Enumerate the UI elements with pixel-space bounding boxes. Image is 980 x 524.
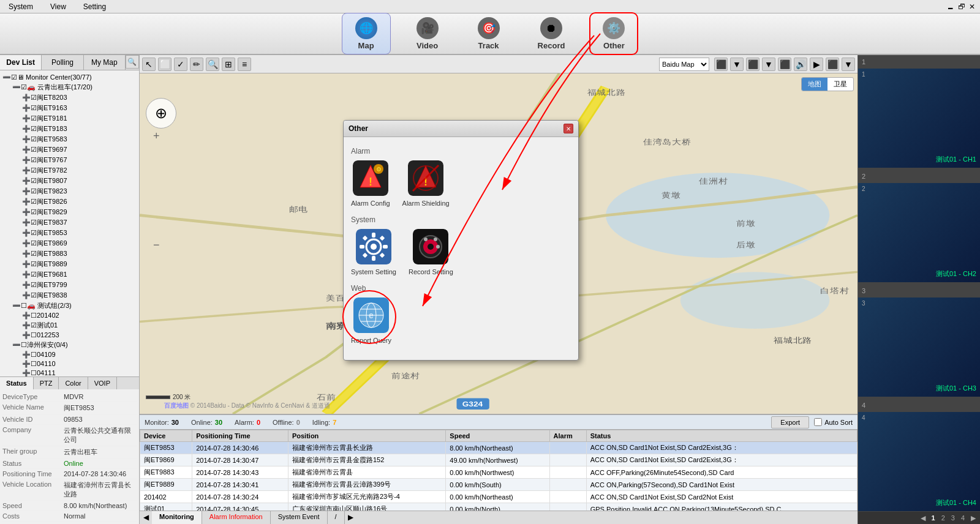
- map-tool-btn5[interactable]: ⬛: [778, 58, 791, 71]
- video-cell-3[interactable]: ▶ 测试01 - CH3 3: [858, 298, 980, 397]
- tree-ET9883[interactable]: ➕☑闽ET9883: [2, 249, 137, 259]
- nav-track-btn[interactable]: 🎯 Track: [464, 13, 513, 54]
- window-min-btn[interactable]: 🗕: [947, 2, 954, 11]
- map-tool-more[interactable]: ▼: [842, 58, 855, 71]
- tab-polling[interactable]: Polling: [42, 55, 83, 70]
- table-row[interactable]: 闽ET9889 2014-07-28 14:30:41 福建省漳州市云霄县云漳路…: [140, 479, 858, 491]
- zoom-out-btn[interactable]: −: [153, 239, 160, 252]
- tab-monitoring[interactable]: Monitoring: [152, 511, 202, 524]
- map-toggle-map[interactable]: 地图: [802, 78, 827, 91]
- tree-201402[interactable]: ➕☐201402: [2, 311, 137, 320]
- tree-ET9837[interactable]: ➕☑闽ET9837: [2, 217, 137, 228]
- record-setting-item[interactable]: Record Setting: [409, 229, 453, 275]
- tree-ET9697[interactable]: ➕☑闽ET9697: [2, 144, 137, 155]
- map-type-select[interactable]: Baidu Map Google Map: [659, 58, 709, 71]
- video-cell-2[interactable]: ▶ 测试01 - CH2 2: [858, 183, 980, 283]
- alarm-config-item[interactable]: ! ⚙ Alarm Config: [351, 160, 390, 207]
- status-tab-voip[interactable]: VOIP: [88, 377, 117, 389]
- menu-view[interactable]: View: [47, 1, 70, 12]
- map-tool-btn4[interactable]: ▼: [762, 58, 775, 71]
- tree-04109[interactable]: ➕☐04109: [2, 350, 137, 359]
- tab-system-event[interactable]: System Event: [271, 511, 328, 524]
- page-2-btn[interactable]: 2: [940, 514, 947, 522]
- search-tree-btn[interactable]: 🔍: [126, 55, 139, 69]
- nav-video-btn[interactable]: 🎥 Video: [403, 13, 452, 54]
- system-setting-item[interactable]: System Setting: [351, 229, 396, 275]
- window-max-btn[interactable]: 🗗: [958, 2, 965, 11]
- map-tool-edit[interactable]: ✏: [190, 58, 203, 71]
- tree-ET9583[interactable]: ➕☑闽ET9583: [2, 134, 137, 144]
- scroll-left-btn[interactable]: ◀: [140, 511, 152, 523]
- table-row[interactable]: 201402 2014-07-28 14:30:24 福建省漳州市芗城区元光南路…: [140, 491, 858, 503]
- scroll-right-btn[interactable]: ▶: [345, 511, 357, 523]
- page-4-btn[interactable]: 4: [959, 514, 967, 522]
- page-1-btn[interactable]: 1: [930, 514, 937, 522]
- tree-ET9807[interactable]: ➕☑闽ET9807: [2, 176, 137, 186]
- status-tab-status[interactable]: Status: [0, 377, 34, 389]
- tree-ET9767[interactable]: ➕☑闽ET9767: [2, 155, 137, 165]
- tree-zhangzhou[interactable]: ➖☐漳州保安(0/4): [2, 340, 137, 350]
- export-btn[interactable]: Export: [771, 416, 809, 429]
- tree-012253[interactable]: ➕☐012253: [2, 331, 137, 340]
- tree-ET9823[interactable]: ➕☑闽ET9823: [2, 186, 137, 196]
- navigation-compass[interactable]: ⊕: [146, 98, 176, 129]
- tree-test-group[interactable]: ➖☐🚗 测试组(2/3): [2, 301, 137, 311]
- map-tool-settings[interactable]: ≡: [238, 58, 251, 71]
- window-close-btn[interactable]: ✕: [969, 2, 975, 11]
- menu-setting[interactable]: Setting: [80, 1, 110, 12]
- nav-map-btn[interactable]: 🌐 Map: [342, 13, 391, 54]
- tree-monitor-center[interactable]: ➖☑🖥 Monitor Center(30/77): [2, 73, 137, 82]
- table-row[interactable]: 测试01 2014-07-28 14:30:45 广东省深圳市南山区顺山路16号…: [140, 503, 858, 511]
- page-next-btn[interactable]: ▶: [969, 514, 978, 522]
- tree-ET9826[interactable]: ➕☑闽ET9826: [2, 196, 137, 207]
- zoom-in-btn[interactable]: +: [153, 130, 160, 143]
- nav-other-btn[interactable]: ⚙️ Other: [589, 12, 638, 55]
- tree-ET9799[interactable]: ➕☑闽ET9799: [2, 280, 137, 290]
- map-tool-btn6[interactable]: 🔊: [794, 58, 807, 71]
- tree-ET9183[interactable]: ➕☑闽ET9183: [2, 124, 137, 134]
- tree-ET9181[interactable]: ➕☑闽ET9181: [2, 113, 137, 124]
- video-cell-4[interactable]: ▶ 测试01 - CH4 4: [858, 412, 980, 512]
- tree-ET9829[interactable]: ➕☑闽ET9829: [2, 207, 137, 217]
- menu-system[interactable]: System: [5, 1, 37, 12]
- report-query-item[interactable]: e Report Query: [351, 298, 391, 344]
- map-tool-zoom-area[interactable]: 🔍: [206, 58, 219, 71]
- table-row[interactable]: 闽ET9869 2014-07-28 14:30:47 福建省漳州市云霄县金霞路…: [140, 454, 858, 466]
- tree-ET9838[interactable]: ➕☑闽ET9838: [2, 290, 137, 301]
- page-3-btn[interactable]: 3: [949, 514, 957, 522]
- nav-record-btn[interactable]: ⏺ Record: [526, 13, 578, 54]
- alarm-shielding-item[interactable]: ! Alarm Shielding: [402, 160, 450, 207]
- tree-ET8203[interactable]: ➕☑闽ET8203: [2, 92, 137, 103]
- table-row[interactable]: 闽ET9853 2014-07-28 14:30:46 福建省漳州市云霄县长业路…: [140, 442, 858, 454]
- tree-ET9869[interactable]: ➕☑闽ET9869: [2, 238, 137, 249]
- status-tab-ptz[interactable]: PTZ: [34, 377, 59, 389]
- map-tool-layers[interactable]: ⊞: [222, 58, 235, 71]
- tab-dev-list[interactable]: Dev List: [0, 55, 42, 70]
- tree-test01[interactable]: ➕☑测试01: [2, 320, 137, 331]
- map-tool-check[interactable]: ✓: [174, 58, 187, 71]
- map-tool-rect[interactable]: ⬜: [158, 58, 172, 71]
- map-tool-btn2[interactable]: ▼: [730, 58, 744, 71]
- tree-ET9681[interactable]: ➕☑闽ET9681: [2, 269, 137, 280]
- tree-ET9163[interactable]: ➕☑闽ET9163: [2, 103, 137, 113]
- tab-my-map[interactable]: My Map: [84, 55, 126, 70]
- auto-sort-checkbox[interactable]: [814, 418, 822, 426]
- tree-04111[interactable]: ➕☐04111: [2, 369, 137, 376]
- tree-ET9853[interactable]: ➕☑闽ET9853: [2, 228, 137, 238]
- status-tab-color[interactable]: Color: [59, 377, 88, 389]
- map-tool-cursor[interactable]: ↖: [142, 58, 156, 71]
- tab-alarm-info[interactable]: Alarm Information: [202, 511, 271, 524]
- tree-ET9889[interactable]: ➕☑闽ET9889: [2, 259, 137, 269]
- tree-yunqing[interactable]: ➖☑🚗 云青出租车(17/20): [2, 82, 137, 92]
- page-prev-btn[interactable]: ◀: [919, 514, 927, 522]
- tree-ET9782[interactable]: ➕☑闽ET9782: [2, 165, 137, 176]
- video-cell-1[interactable]: ▶ 测试01 - CH1 1: [858, 69, 980, 168]
- map-tool-btn1[interactable]: ⬛: [714, 58, 728, 71]
- table-row[interactable]: 闽ET9883 2014-07-28 14:30:43 福建省漳州市云霄县 0.…: [140, 466, 858, 479]
- dialog-close-btn[interactable]: ✕: [564, 124, 573, 133]
- tree-04110[interactable]: ➕☐04110: [2, 359, 137, 369]
- map-toggle-satellite[interactable]: 卫星: [827, 78, 853, 91]
- map-tool-btn3[interactable]: ⬛: [746, 58, 760, 71]
- map-tool-play[interactable]: ▶: [810, 58, 823, 71]
- auto-sort-label[interactable]: Auto Sort: [814, 418, 853, 426]
